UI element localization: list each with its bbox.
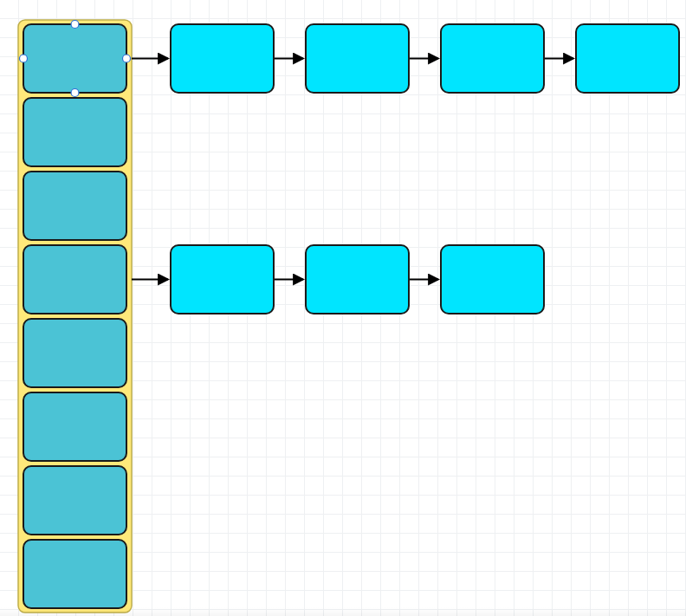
stack-node[interactable]	[23, 98, 126, 166]
flow-row-2	[171, 245, 544, 314]
flow-node[interactable]	[576, 24, 679, 93]
flow-node[interactable]	[306, 24, 409, 93]
flow-node[interactable]	[306, 245, 409, 314]
flow-node[interactable]	[171, 24, 274, 93]
flow-node[interactable]	[441, 245, 544, 314]
stack-node[interactable]	[23, 466, 126, 535]
stack-node[interactable]	[23, 245, 126, 314]
stack-node[interactable]	[23, 172, 126, 240]
stack-node[interactable]	[23, 319, 126, 387]
stack-node[interactable]	[23, 24, 126, 93]
flow-node[interactable]	[441, 24, 544, 93]
stack-node[interactable]	[23, 540, 126, 608]
flow-node[interactable]	[171, 245, 274, 314]
flow-row-1	[171, 24, 679, 93]
diagram-canvas[interactable]	[0, 0, 686, 616]
stack-node[interactable]	[23, 392, 126, 461]
